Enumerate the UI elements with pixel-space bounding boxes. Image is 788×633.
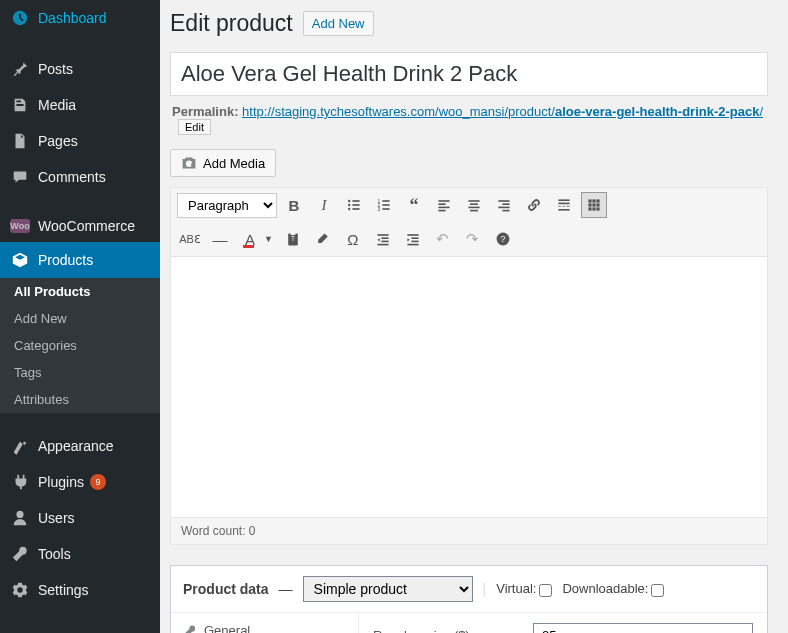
svg-rect-34 (592, 203, 595, 206)
svg-rect-9 (382, 204, 389, 206)
svg-rect-13 (438, 203, 445, 205)
sidebar-item-woocommerce[interactable]: Woo WooCommerce (0, 210, 160, 242)
svg-rect-42 (377, 234, 388, 236)
svg-rect-44 (381, 241, 388, 243)
italic-button[interactable]: I (311, 192, 337, 218)
submenu-categories[interactable]: Categories (0, 332, 160, 359)
indent-button[interactable] (400, 226, 426, 252)
paste-text-button[interactable]: T (280, 226, 306, 252)
add-media-button[interactable]: Add Media (170, 149, 276, 177)
svg-rect-27 (562, 206, 564, 207)
sidebar-item-appearance[interactable]: Appearance (0, 428, 160, 464)
sidebar-item-posts[interactable]: Posts (0, 51, 160, 87)
toolbar-toggle-button[interactable] (581, 192, 607, 218)
svg-rect-28 (566, 206, 569, 207)
svg-rect-11 (382, 208, 389, 210)
media-icon (10, 95, 30, 115)
sidebar-item-dashboard[interactable]: Dashboard (0, 0, 160, 36)
tab-general[interactable]: General (171, 613, 358, 633)
svg-rect-48 (411, 241, 418, 243)
sidebar-item-comments[interactable]: Comments (0, 159, 160, 195)
downloadable-label[interactable]: Downloadable: (562, 581, 664, 596)
main-content: Edit product Add New Permalink: http://s… (160, 0, 788, 633)
editor-textarea[interactable] (170, 257, 768, 517)
sidebar-label: Dashboard (38, 10, 107, 26)
svg-rect-19 (470, 210, 478, 212)
product-data-tabs: General (171, 613, 359, 633)
outdent-button[interactable] (370, 226, 396, 252)
svg-point-4 (348, 208, 350, 210)
sidebar-label: WooCommerce (38, 218, 135, 234)
redo-button[interactable]: ↷ (460, 226, 486, 252)
svg-rect-3 (352, 204, 359, 206)
sidebar-item-tools[interactable]: Tools (0, 536, 160, 572)
svg-rect-49 (407, 244, 418, 246)
align-left-button[interactable] (431, 192, 457, 218)
sidebar-item-users[interactable]: Users (0, 500, 160, 536)
svg-rect-37 (592, 207, 595, 210)
sidebar-label: Settings (38, 582, 89, 598)
comments-icon (10, 167, 30, 187)
svg-rect-17 (470, 203, 478, 205)
submenu-add-new[interactable]: Add New (0, 305, 160, 332)
blockquote-button[interactable]: “ (401, 192, 427, 218)
align-right-button[interactable] (491, 192, 517, 218)
svg-point-2 (348, 204, 350, 206)
chevron-down-icon[interactable]: ▼ (264, 234, 273, 244)
virtual-label[interactable]: Virtual: (496, 581, 552, 596)
link-button[interactable] (521, 192, 547, 218)
permalink-edit-button[interactable]: Edit (178, 119, 211, 135)
submenu-attributes[interactable]: Attributes (0, 386, 160, 413)
bold-button[interactable]: B (281, 192, 307, 218)
sidebar-item-settings[interactable]: Settings (0, 572, 160, 608)
sidebar-label: Plugins (38, 474, 84, 490)
sidebar-item-product-delivery-date[interactable]: Product Delivery Date (0, 623, 160, 633)
svg-rect-12 (438, 200, 449, 202)
submenu-tags[interactable]: Tags (0, 359, 160, 386)
text-color-button[interactable]: A (237, 226, 263, 252)
permalink-link[interactable]: http://staging.tychesoftwares.com/woo_ma… (242, 104, 763, 119)
bullet-list-button[interactable] (341, 192, 367, 218)
downloadable-checkbox[interactable] (651, 584, 664, 597)
sidebar-item-pages[interactable]: Pages (0, 123, 160, 159)
add-new-button[interactable]: Add New (303, 11, 374, 36)
page-header: Edit product Add New (170, 0, 768, 52)
svg-rect-18 (468, 207, 479, 209)
permalink-row: Permalink: http://staging.tychesoftwares… (170, 96, 768, 143)
pin-icon (10, 59, 30, 79)
align-center-button[interactable] (461, 192, 487, 218)
svg-rect-38 (596, 207, 599, 210)
wrench-icon (183, 624, 197, 634)
virtual-checkbox[interactable] (539, 584, 552, 597)
svg-rect-25 (558, 203, 569, 205)
appearance-icon (10, 436, 30, 456)
help-button[interactable]: ? (490, 226, 516, 252)
sidebar-item-plugins[interactable]: Plugins 9 (0, 464, 160, 500)
svg-rect-46 (407, 234, 418, 236)
admin-sidebar: Dashboard Posts Media Pages Comments Woo… (0, 0, 160, 633)
numbered-list-button[interactable]: 123 (371, 192, 397, 218)
sidebar-label: Products (38, 252, 93, 268)
svg-rect-14 (438, 207, 449, 209)
undo-button[interactable]: ↶ (430, 226, 456, 252)
svg-rect-21 (502, 203, 509, 205)
svg-rect-30 (588, 199, 591, 202)
product-title-input[interactable] (181, 56, 757, 92)
special-char-button[interactable]: Ω (340, 226, 366, 252)
readmore-button[interactable] (551, 192, 577, 218)
word-count: Word count: 0 (170, 517, 768, 545)
format-select[interactable]: Paragraph (177, 193, 277, 218)
product-type-select[interactable]: Simple product (303, 576, 473, 602)
permalink-label: Permalink: (172, 104, 238, 119)
sidebar-item-products[interactable]: Products (0, 242, 160, 278)
sidebar-label: Pages (38, 133, 78, 149)
hr-button[interactable]: — (207, 226, 233, 252)
submenu-all-products[interactable]: All Products (0, 278, 160, 305)
strikethrough-button[interactable]: ABƐ (177, 226, 203, 252)
svg-rect-1 (352, 200, 359, 202)
regular-price-input[interactable] (533, 623, 753, 633)
svg-rect-15 (438, 210, 445, 212)
clear-formatting-button[interactable] (310, 226, 336, 252)
pages-icon (10, 131, 30, 151)
sidebar-item-media[interactable]: Media (0, 87, 160, 123)
